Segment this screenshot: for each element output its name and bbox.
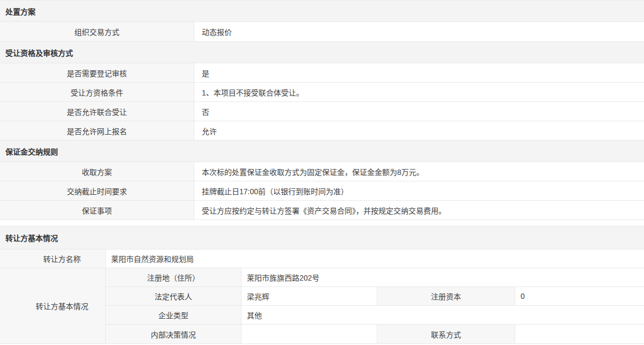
section-title-transferor-info: 转让方基本情况 — [0, 226, 644, 249]
field-label-internal-decision: 内部决策情况 — [106, 325, 241, 343]
transferor-basic-info-group: 转让方基本情况 注册地（住所） 莱阳市旌旗西路202号 法定代表人 梁兆辉 注册… — [0, 268, 644, 343]
row-enterprise-type: 企业类型 其他 — [106, 306, 644, 325]
field-label-organization-trade-method: 组织交易方式 — [0, 22, 194, 41]
field-value-enterprise-type: 其他 — [241, 306, 644, 324]
field-label-registered-capital: 注册资本 — [377, 287, 515, 305]
field-label-guarantee-matters: 保证事项 — [0, 201, 194, 219]
field-label-contact-info: 联系方式 — [377, 325, 515, 343]
section-title-deposit-rules: 保证金交纳规则 — [0, 141, 644, 162]
field-value-transferee-qualification-conditions: 1、本项目不接受联合体受让。 — [194, 83, 644, 101]
field-label-online-signup-allowed: 是否允许网上报名 — [0, 121, 194, 140]
field-value-transferor-name: 莱阳市自然资源和规划局 — [106, 249, 644, 268]
row-transferee-qualification-conditions: 受让方资格条件 1、本项目不接受联合体受让。 — [0, 83, 644, 102]
field-label-joint-transfer-allowed: 是否允许联合受让 — [0, 102, 194, 121]
section-title-disposal-plan: 处置方案 — [0, 1, 644, 22]
field-label-payment-deadline: 交纳截止时间要求 — [0, 181, 194, 200]
disposal-plan-table: 处置方案 组织交易方式 动态报价 受让资格及审核方式 是否需要登记审核 是 受让… — [0, 0, 644, 220]
field-value-registered-capital: 0 — [515, 287, 644, 305]
field-label-transferee-qualification-conditions: 受让方资格条件 — [0, 83, 194, 101]
field-value-internal-decision — [241, 325, 377, 343]
field-label-legal-representative: 法定代表人 — [106, 287, 241, 305]
field-value-guarantee-matters: 受让方应按约定与转让方签署《资产交易合同》，并按规定交纳交易费用。 — [194, 201, 644, 219]
field-value-legal-representative: 梁兆辉 — [241, 287, 377, 305]
field-value-contact-info — [515, 325, 644, 343]
field-value-payment-deadline: 挂牌截止日17:00前（以银行到账时间为准） — [194, 181, 644, 200]
row-organization-trade-method: 组织交易方式 动态报价 — [0, 22, 644, 42]
row-guarantee-matters: 保证事项 受让方应按约定与转让方签署《资产交易合同》，并按规定交纳交易费用。 — [0, 201, 644, 220]
field-value-registered-address: 莱阳市旌旗西路202号 — [241, 268, 644, 287]
field-value-collection-plan: 本次标的处置保证金收取方式为固定保证金，保证金金额为8万元。 — [194, 162, 644, 181]
row-collection-plan: 收取方案 本次标的处置保证金收取方式为固定保证金，保证金金额为8万元。 — [0, 162, 644, 181]
field-label-transferor-basic-info: 转让方基本情况 — [0, 268, 106, 343]
row-internal-decision: 内部决策情况 联系方式 — [106, 325, 644, 343]
row-registered-address: 注册地（住所） 莱阳市旌旗西路202号 — [106, 268, 644, 287]
transferor-basic-info-rows: 注册地（住所） 莱阳市旌旗西路202号 法定代表人 梁兆辉 注册资本 0 企业类… — [106, 268, 644, 343]
row-transferor-name: 转让方名称 莱阳市自然资源和规划局 — [0, 249, 644, 268]
field-label-transferor-name: 转让方名称 — [0, 249, 106, 268]
field-value-registration-review-required: 是 — [194, 63, 644, 82]
row-payment-deadline: 交纳截止时间要求 挂牌截止日17:00前（以银行到账时间为准） — [0, 181, 644, 201]
section-title-transferee-qualification: 受让资格及审核方式 — [0, 42, 644, 63]
field-value-online-signup-allowed: 允许 — [194, 121, 644, 140]
asset-disposal-detail-page: 处置方案 组织交易方式 动态报价 受让资格及审核方式 是否需要登记审核 是 受让… — [0, 0, 644, 344]
table-spacer — [0, 220, 644, 226]
row-registration-review-required: 是否需要登记审核 是 — [0, 63, 644, 83]
field-label-registration-review-required: 是否需要登记审核 — [0, 63, 194, 82]
field-label-enterprise-type: 企业类型 — [106, 306, 241, 324]
field-label-registered-address: 注册地（住所） — [106, 268, 241, 287]
row-legal-representative: 法定代表人 梁兆辉 注册资本 0 — [106, 287, 644, 306]
transferor-info-table: 转让方基本情况 转让方名称 莱阳市自然资源和规划局 转让方基本情况 注册地（住所… — [0, 226, 644, 344]
field-value-joint-transfer-allowed: 否 — [194, 102, 644, 121]
row-online-signup-allowed: 是否允许网上报名 允许 — [0, 121, 644, 141]
field-label-collection-plan: 收取方案 — [0, 162, 194, 181]
row-joint-transfer-allowed: 是否允许联合受让 否 — [0, 102, 644, 121]
field-value-organization-trade-method: 动态报价 — [194, 22, 644, 41]
